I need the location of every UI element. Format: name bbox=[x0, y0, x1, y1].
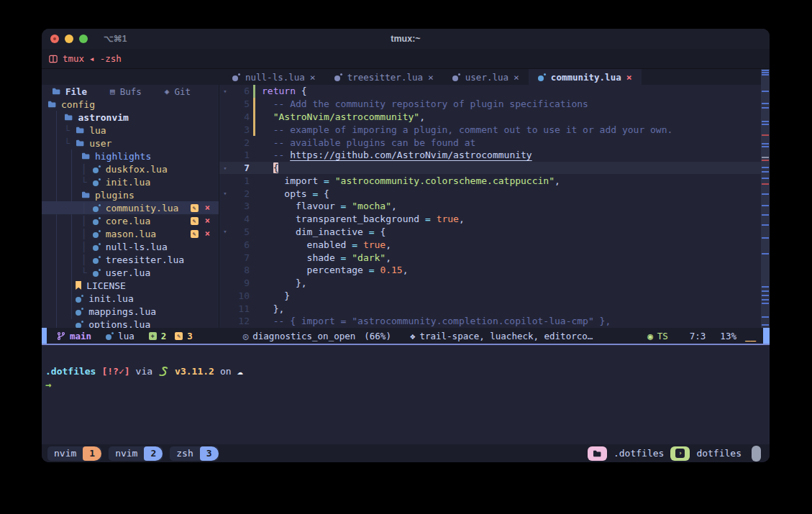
tree-item-user.lua[interactable]: └ user.lua bbox=[42, 266, 219, 279]
code-text: enabled = true, bbox=[259, 239, 391, 250]
scrollbar-mark bbox=[762, 324, 769, 326]
modified-icon: ✎ bbox=[191, 204, 199, 212]
code-line-7[interactable]: 7 shade = "dark", bbox=[219, 251, 770, 264]
code-line-10[interactable]: 10 } bbox=[219, 290, 770, 303]
code-line-3[interactable]: 3 -- example of imporing a plugin, comme… bbox=[219, 123, 770, 136]
git-sign bbox=[252, 290, 259, 303]
session-folder-badge bbox=[588, 446, 607, 461]
close-icon[interactable]: × bbox=[428, 72, 434, 83]
tree-item-astronvim[interactable]: astronvim bbox=[42, 111, 219, 124]
folder-icon bbox=[64, 114, 73, 121]
fold-icon[interactable]: ▾ bbox=[219, 228, 231, 235]
fold-icon[interactable]: ▾ bbox=[219, 88, 231, 95]
buffers-icon: ▤ bbox=[110, 87, 115, 96]
tree-item-duskfox.lua[interactable]: │ duskfox.lua bbox=[42, 162, 219, 175]
python-icon bbox=[158, 367, 169, 376]
tree-item-treesitter.lua[interactable]: │ treesitter.lua bbox=[42, 253, 219, 266]
line-number: 2 bbox=[231, 188, 250, 199]
tree-item-init.lua[interactable]: └ init.lua bbox=[42, 175, 219, 188]
tmux-window-zsh-3[interactable]: zsh3 bbox=[170, 446, 218, 461]
folder-icon bbox=[52, 88, 60, 95]
editor-scrollbar[interactable] bbox=[761, 69, 770, 328]
code-line-2[interactable]: ▾2 opts = { bbox=[219, 187, 770, 200]
code-line-3[interactable]: 3 flavour = "mocha", bbox=[219, 200, 770, 213]
sidebar-tab-file[interactable]: File bbox=[52, 86, 87, 97]
code-line-9[interactable]: 9 }, bbox=[219, 277, 770, 290]
buffer-tab-community.lua[interactable]: community.lua× bbox=[529, 69, 642, 85]
tree-guide bbox=[47, 306, 76, 317]
tmux-window-nvim-2[interactable]: nvim2 bbox=[109, 446, 163, 461]
zsh-pane[interactable]: .dotfiles [!?✓] via v3.11.2 on ☁ → bbox=[42, 345, 770, 444]
prompt-directory: .dotfiles bbox=[45, 364, 96, 378]
fold-icon[interactable]: ▾ bbox=[219, 190, 231, 197]
sidebar-tab-label: File bbox=[65, 86, 87, 97]
fold-icon[interactable]: ▾ bbox=[219, 165, 231, 172]
code-line-8[interactable]: 8 percentage = 0.15, bbox=[219, 264, 770, 277]
code-line-2[interactable]: 2 -- available plugins can be found at bbox=[219, 136, 770, 149]
tree-item-init.lua[interactable]: init.lua bbox=[42, 292, 219, 305]
git-branch-segment: main bbox=[57, 331, 91, 341]
tmux-pane-name[interactable]: dotfiles bbox=[696, 448, 742, 459]
tree-item-null-ls.lua[interactable]: │ null-ls.lua bbox=[42, 240, 219, 253]
tree-item-mappings.lua[interactable]: mappings.lua bbox=[42, 305, 219, 318]
code-line-1[interactable]: 1 import = "astrocommunity.colorscheme.c… bbox=[219, 174, 770, 187]
sidebar-tab-bufs[interactable]: ▤Bufs bbox=[110, 86, 142, 97]
lsp-progress: (66%) bbox=[364, 331, 391, 341]
buffer-tab-user.lua[interactable]: user.lua× bbox=[443, 69, 529, 85]
ruler-marker: __ bbox=[745, 331, 756, 341]
tree-item-plugins[interactable]: plugins bbox=[42, 188, 219, 201]
close-icon[interactable]: × bbox=[310, 72, 316, 83]
scrollbar-mark bbox=[762, 214, 769, 216]
code-line-4[interactable]: 4 transparent_background = true, bbox=[219, 213, 770, 226]
git-sign bbox=[252, 111, 259, 124]
tree-item-label: community.lua bbox=[106, 203, 179, 214]
tree-item-community.lua[interactable]: │ community.lua✎× bbox=[42, 201, 219, 214]
code-line-5[interactable]: ▾5 dim_inactive = { bbox=[219, 226, 770, 239]
lsp-segment: ◎ diagnostics_on_open (66%) bbox=[243, 331, 391, 341]
tmux-window-nvim-1[interactable]: nvim1 bbox=[47, 446, 101, 461]
close-button[interactable] bbox=[50, 35, 59, 43]
scrollbar-mark bbox=[762, 160, 769, 161]
buffer-tab-treesitter.lua[interactable]: treesitter.lua× bbox=[325, 69, 443, 85]
code-text: transparent_background = true, bbox=[259, 214, 465, 224]
lua-icon bbox=[93, 204, 101, 212]
tree-item-options.lua[interactable]: options.lua bbox=[42, 318, 219, 328]
tree-item-core.lua[interactable]: │ core.lua✎× bbox=[42, 214, 219, 227]
tree-guide bbox=[47, 319, 76, 329]
scrollbar-mark bbox=[762, 121, 769, 122]
tree-item-lua[interactable]: └ lua bbox=[42, 124, 219, 137]
code-line-5[interactable]: 5 -- Add the community repository of plu… bbox=[219, 98, 770, 111]
neotree-sidebar: File▤Bufs◈Git config astronvim └ lua └ u… bbox=[42, 85, 219, 328]
terminal-tab-bar[interactable]: tmux ◂ -zsh bbox=[42, 49, 770, 69]
tree-item-label: user.lua bbox=[106, 267, 151, 278]
folder-icon bbox=[76, 139, 84, 147]
tree-item-label: LICENSE bbox=[86, 280, 126, 291]
code-line-7[interactable]: ▾7 { bbox=[219, 162, 770, 175]
close-icon[interactable]: × bbox=[514, 72, 519, 83]
code-line-11[interactable]: 11 }, bbox=[219, 302, 770, 315]
tmux-session-icon bbox=[49, 55, 58, 63]
sidebar-tab-git[interactable]: ◈Git bbox=[165, 86, 191, 97]
tree-item-highlights[interactable]: highlights bbox=[42, 150, 219, 162]
tmux-session-name[interactable]: .dotfiles bbox=[613, 448, 664, 459]
code-line-6[interactable]: 6 enabled = true, bbox=[219, 238, 770, 251]
close-icon[interactable]: × bbox=[626, 72, 632, 83]
code-line-4[interactable]: 4 "AstroNvim/astrocommunity", bbox=[219, 111, 770, 124]
lua-icon bbox=[334, 73, 342, 81]
zoom-button[interactable] bbox=[79, 35, 88, 43]
code-line-6[interactable]: ▾6return { bbox=[219, 85, 770, 98]
code-editor[interactable]: ▾6return {5 -- Add the community reposit… bbox=[219, 85, 770, 328]
tree-item-LICENSE[interactable]: LICENSE bbox=[42, 279, 219, 292]
tree-item-label: core.lua bbox=[106, 216, 151, 226]
tree-item-mason.lua[interactable]: │ mason.lua✎× bbox=[42, 227, 219, 240]
tmux-window-name: nvim bbox=[47, 448, 83, 459]
buffer-tab-null-ls.lua[interactable]: null-ls.lua× bbox=[223, 69, 325, 85]
line-number: 5 bbox=[231, 98, 250, 109]
tree-item-user[interactable]: └ user bbox=[42, 137, 219, 150]
tree-item-config[interactable]: config bbox=[42, 98, 219, 111]
code-line-12[interactable]: 12 -- { import = "astrocommunity.complet… bbox=[219, 315, 770, 328]
minimize-button[interactable] bbox=[65, 35, 73, 43]
tmux-window-name: zsh bbox=[170, 448, 199, 459]
line-number: 6 bbox=[231, 86, 250, 96]
code-line-1[interactable]: 1 -- https://github.com/AstroNvim/astroc… bbox=[219, 149, 770, 162]
